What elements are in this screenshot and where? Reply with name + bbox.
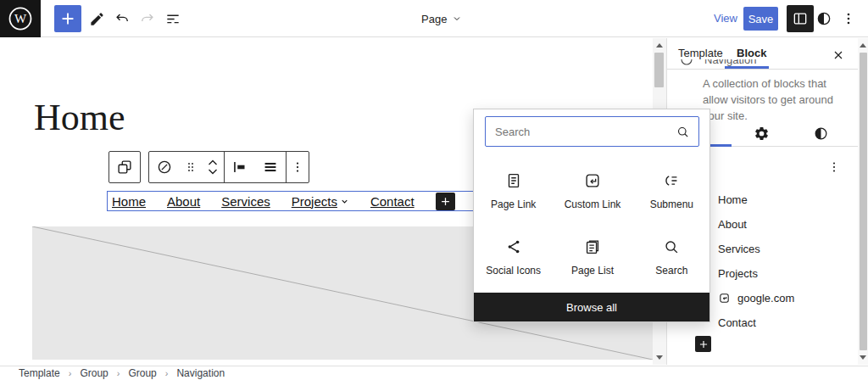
tab-block[interactable]: Block xyxy=(737,47,766,59)
list-view-icon xyxy=(164,10,181,27)
undo-icon xyxy=(114,10,131,27)
settings-gear-icon xyxy=(754,126,770,142)
list-item-projects[interactable]: Projects xyxy=(718,265,758,282)
add-nav-item-button[interactable] xyxy=(436,193,455,210)
edit-mode-button[interactable] xyxy=(85,5,108,32)
inserter-item-page-list[interactable]: Page List xyxy=(553,226,632,288)
scroll-down-arrow[interactable] xyxy=(860,355,866,360)
select-parent-button[interactable] xyxy=(109,152,140,182)
custom-link-icon xyxy=(583,171,602,190)
mover-up-down-icon xyxy=(205,158,220,176)
block-options-button[interactable] xyxy=(287,152,309,182)
redo-button[interactable] xyxy=(136,5,159,32)
block-inserter-popover: Page Link Custom Link Submenu Social Ico… xyxy=(473,109,710,322)
search-box xyxy=(485,116,699,147)
breadcrumb-group-1[interactable]: Group xyxy=(80,367,108,379)
tabbar-border xyxy=(667,69,859,70)
custom-link-icon xyxy=(718,292,731,305)
scroll-up-arrow[interactable] xyxy=(860,43,866,48)
list-item-contact[interactable]: Contact xyxy=(718,314,756,331)
sidebar-toggle-icon xyxy=(792,10,809,27)
pencil-icon xyxy=(89,11,105,27)
navigation-block-icon xyxy=(679,59,694,67)
document-type-switcher[interactable]: Page xyxy=(421,10,462,27)
more-vertical-icon xyxy=(840,10,857,27)
inserter-item-social-icons[interactable]: Social Icons xyxy=(474,226,553,288)
scroll-up-arrow[interactable] xyxy=(656,43,663,48)
view-link[interactable]: View xyxy=(714,12,737,25)
svg-text:W: W xyxy=(14,12,27,25)
save-button[interactable]: Save xyxy=(743,7,778,31)
styles-button[interactable] xyxy=(812,5,836,32)
inserter-grid: Page Link Custom Link Submenu Social Ico… xyxy=(474,160,711,288)
more-vertical-icon xyxy=(826,159,842,175)
select-parent-group xyxy=(108,151,141,183)
breadcrumb-navigation[interactable]: Navigation xyxy=(176,367,225,379)
block-mover[interactable] xyxy=(202,152,224,182)
page-title[interactable]: Home xyxy=(34,96,125,139)
styles-contrast-icon xyxy=(815,10,832,27)
document-overview-button[interactable] xyxy=(161,5,185,32)
tab-styles[interactable] xyxy=(807,122,834,144)
list-item-about[interactable]: About xyxy=(718,215,747,232)
breadcrumb-template[interactable]: Template xyxy=(19,367,60,379)
block-card-description: A collection of blocks that allow visito… xyxy=(703,76,847,125)
document-type-label: Page xyxy=(421,13,447,25)
canvas-scrollbar-thumb[interactable] xyxy=(654,53,664,87)
breadcrumb: Template › Group › Group › Navigation xyxy=(19,367,225,379)
search-input[interactable] xyxy=(486,126,676,138)
styles-contrast-icon xyxy=(813,126,829,142)
block-controls-group xyxy=(148,151,309,183)
plus-icon xyxy=(439,195,452,208)
block-toolbar xyxy=(108,151,309,183)
settings-panel-toggle-button[interactable] xyxy=(787,5,814,32)
chevron-right-icon: › xyxy=(117,368,120,378)
block-card-title: Navigation xyxy=(704,59,756,66)
active-tab-underline xyxy=(725,66,769,69)
toggle-block-inserter-button[interactable] xyxy=(54,5,81,32)
nav-link-projects[interactable]: Projects xyxy=(292,194,349,209)
options-dots-icon xyxy=(290,159,305,175)
nav-link-contact[interactable]: Contact xyxy=(370,194,415,209)
inserter-item-submenu[interactable]: Submenu xyxy=(632,160,711,221)
wordpress-logo-button[interactable]: W xyxy=(0,0,41,37)
search-block-icon xyxy=(662,238,681,256)
scroll-down-arrow[interactable] xyxy=(656,355,663,360)
list-item-services[interactable]: Services xyxy=(718,240,760,257)
navigation-block-button[interactable] xyxy=(149,152,180,182)
nav-link-about[interactable]: About xyxy=(167,194,200,209)
inserter-item-custom-link[interactable]: Custom Link xyxy=(553,160,632,221)
inserter-item-search[interactable]: Search xyxy=(632,226,711,288)
chevron-right-icon: › xyxy=(165,368,169,378)
editor-top-bar: W Page xyxy=(0,0,868,37)
justify-items-button[interactable] xyxy=(225,152,255,182)
drag-handle-icon xyxy=(184,160,198,174)
inserter-item-page-link[interactable]: Page Link xyxy=(474,160,553,221)
options-menu-button[interactable] xyxy=(837,5,860,32)
undo-button[interactable] xyxy=(110,5,134,32)
sidebar-scrollbar-thumb[interactable] xyxy=(860,53,867,350)
breadcrumb-bar: Template › Group › Group › Navigation xyxy=(0,366,868,380)
search-icon xyxy=(676,125,690,139)
menu-options-button[interactable] xyxy=(824,157,844,177)
page-list-icon xyxy=(583,238,602,256)
list-item-home[interactable]: Home xyxy=(718,191,748,208)
wordpress-logo: W xyxy=(8,6,33,31)
browse-all-button[interactable]: Browse all xyxy=(474,293,709,321)
plus-icon xyxy=(58,9,77,28)
tab-template[interactable]: Template xyxy=(678,47,723,59)
add-menu-item-button[interactable] xyxy=(695,336,711,352)
menu-lines-icon xyxy=(261,158,280,176)
page-link-icon xyxy=(504,171,523,190)
list-item-google-com[interactable]: google.com xyxy=(718,289,794,306)
select-parent-icon xyxy=(115,158,134,176)
orientation-button[interactable] xyxy=(255,152,286,182)
social-icons-icon xyxy=(504,238,523,256)
sidebar-scrollbar[interactable] xyxy=(858,38,868,365)
breadcrumb-group-2[interactable]: Group xyxy=(128,367,156,379)
submenu-icon xyxy=(662,171,681,190)
tab-settings[interactable] xyxy=(748,122,775,144)
nav-link-services[interactable]: Services xyxy=(221,194,270,209)
drag-handle[interactable] xyxy=(180,152,202,182)
nav-link-home[interactable]: Home xyxy=(112,194,146,209)
